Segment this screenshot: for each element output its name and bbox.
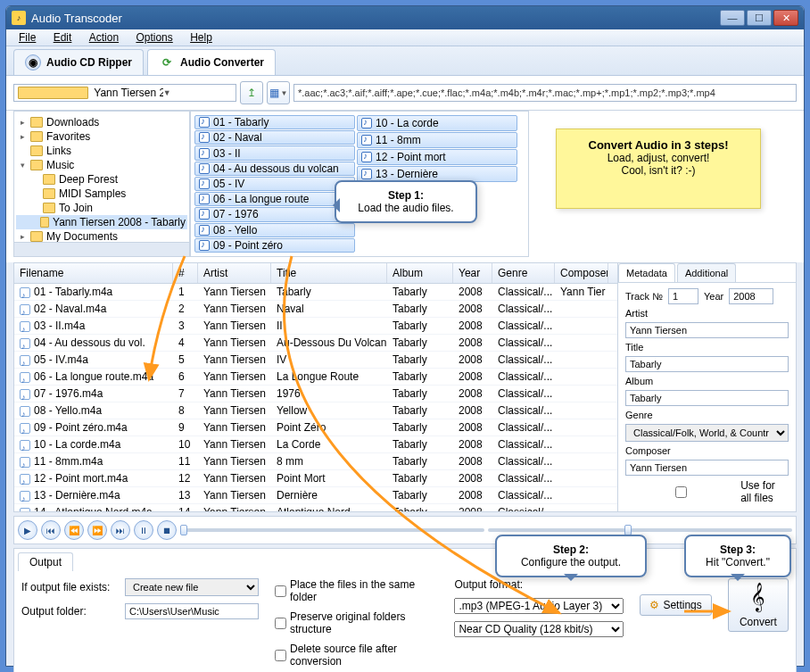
file-item[interactable]: 10 - La corde [357,115,517,131]
audio-file-icon [20,457,30,468]
folder-icon [43,174,55,185]
settings-button[interactable]: ⚙Settings [640,594,711,616]
format-select[interactable]: .mp3 (MPEG-1 Audio Layer 3) [454,598,624,614]
pause-button[interactable]: ⏸ [134,520,153,540]
forward-button[interactable]: ⏩ [87,520,107,540]
minimize-button[interactable]: — [720,10,745,26]
table-row[interactable]: 07 - 1976.m4a7Yann Tiersen1976Tabarly200… [14,386,617,402]
track-grid[interactable]: Filename # Artist Title Album Year Genre… [14,263,617,511]
album-field[interactable] [625,390,789,406]
audio-file-icon [20,423,30,434]
menu-options[interactable]: Options [128,29,179,46]
menu-edit[interactable]: Edit [46,29,79,46]
tree-item[interactable]: ▾Music [16,158,187,172]
sticky-note: Convert Audio in 3 steps! Load, adjust, … [556,111,779,257]
treble-clef-icon: 𝄞 [750,583,765,612]
col-artist[interactable]: Artist [198,263,271,283]
file-item[interactable]: 11 - 8mm [357,132,517,148]
artist-field[interactable] [625,322,789,338]
use-for-all-checkbox[interactable] [625,486,737,498]
callout-step2: Step 2:Configure the output. [495,535,647,577]
table-row[interactable]: 04 - Au dessous du vol.4Yann TiersenAu-D… [14,335,617,352]
table-row[interactable]: 10 - La corde.m4a10Yann TiersenLa CordeT… [14,436,617,453]
tree-scrollbar[interactable] [14,242,189,256]
volume-slider[interactable] [488,528,792,532]
file-filter[interactable]: *.aac;*.ac3;*.aif;*.aiff;*.ape;*.cue;*.f… [293,84,797,102]
folder-tree[interactable]: ▸Downloads▸FavoritesLinks▾MusicDeep Fore… [13,111,190,257]
table-row[interactable]: 11 - 8mm.m4a11Yann Tiersen8 mmTabarly200… [14,453,617,470]
tree-item[interactable]: MIDI Samples [16,187,187,201]
col-album[interactable]: Album [387,263,453,283]
table-row[interactable]: 03 - II.m4a3Yann TiersenIITabarly2008Cla… [14,318,617,335]
file-item[interactable]: 04 - Au dessous du volcan [194,162,355,176]
file-item[interactable]: 12 - Point mort [357,149,517,165]
quality-select[interactable]: Near CD Quality (128 kbit/s) [454,621,624,637]
menu-file[interactable]: File [12,29,43,46]
menu-action[interactable]: Action [82,29,126,46]
tree-item[interactable]: Yann Tiersen 2008 - Tabarly [16,215,187,229]
table-row[interactable]: 09 - Point zéro.m4a9Yann TiersenPoint Zé… [14,419,617,436]
table-row[interactable]: 14 - Atlantique Nord.m4a14Yann TiersenAt… [14,504,617,511]
seek-slider[interactable] [180,528,484,532]
view-mode-button[interactable]: ▦▼ [267,81,290,104]
audio-file-icon [20,355,30,366]
tree-item[interactable]: Links [16,144,187,158]
table-row[interactable]: 01 - Tabarly.m4a1Yann TiersenTabarlyTaba… [14,284,617,301]
last-button[interactable]: ⏭ [111,520,130,540]
file-item[interactable]: 05 - IV [194,177,355,191]
table-row[interactable]: 08 - Yello.m4a8Yann TiersenYellowTabarly… [14,402,617,419]
play-button[interactable]: ▶ [18,520,37,540]
rewind-button[interactable]: ⏪ [64,520,84,540]
audio-file-icon [20,287,30,298]
table-row[interactable]: 02 - Naval.m4a2Yann TiersenNavalTabarly2… [14,301,617,318]
maximize-button[interactable]: ☐ [747,10,772,26]
trackno-field[interactable] [668,288,698,304]
table-row[interactable]: 12 - Point mort.m4a12Yann TiersenPoint M… [14,470,617,487]
output-folder-field[interactable] [125,603,259,619]
tab-audio-converter[interactable]: ⟳ Audio Converter [147,49,276,75]
title-field[interactable] [625,356,789,372]
year-field[interactable] [729,288,773,304]
sticky-title: Convert Audio in 3 steps! [589,138,729,152]
exists-select[interactable]: Create new file [125,578,259,596]
preserve-folders-checkbox[interactable] [275,618,286,629]
folder-select[interactable]: Yann Tiersen 2008 - Tabarly ▼ [13,84,236,102]
file-item[interactable]: 09 - Point zéro [194,238,355,253]
col-number[interactable]: # [173,263,198,283]
tree-item[interactable]: ▸Downloads [16,115,187,129]
tree-item[interactable]: To Join [16,201,187,215]
col-title[interactable]: Title [271,263,387,283]
col-filename[interactable]: Filename [14,263,173,283]
stop-button[interactable]: ⏹ [157,520,177,540]
delete-source-checkbox[interactable] [275,650,286,661]
tree-item[interactable]: ▸Favorites [16,129,187,144]
tab-metadata[interactable]: Metadata [618,263,675,282]
col-genre[interactable]: Genre [492,263,555,283]
audio-file-icon [20,389,30,400]
tab-cd-ripper[interactable]: ◉ Audio CD Ripper [13,49,144,75]
menu-help[interactable]: Help [183,29,219,46]
col-composer[interactable]: Composer [555,263,608,283]
file-item[interactable]: 01 - Tabarly [194,115,355,129]
menubar: File Edit Action Options Help [6,29,804,46]
file-item[interactable]: 03 - II [194,145,355,160]
col-year[interactable]: Year [453,263,492,283]
table-row[interactable]: 06 - La longue route.m4a6Yann TiersenLa … [14,369,617,386]
genre-select[interactable]: Classical/Folk, World, & Countr [625,424,789,442]
same-folder-checkbox[interactable] [275,585,286,597]
composer-field[interactable] [625,460,789,476]
callout-step1: Step 1:Load the audio files. [335,180,477,223]
close-button[interactable]: ✕ [773,10,798,26]
audio-file-icon [199,148,210,159]
audio-file-icon [361,118,372,129]
table-row[interactable]: 05 - IV.m4a5Yann TiersenIVTabarly2008Cla… [14,352,617,369]
tree-item[interactable]: Deep Forest [16,172,187,187]
file-item[interactable]: 02 - Naval [194,130,355,145]
first-button[interactable]: ⏮ [41,520,61,540]
tab-additional[interactable]: Additional [677,263,736,282]
up-folder-button[interactable]: ↥ [240,81,263,104]
file-item[interactable]: 08 - Yello [194,223,355,237]
tab-output[interactable]: Output [18,552,73,571]
audio-file-icon [199,117,210,128]
table-row[interactable]: 13 - Dernière.m4a13Yann TiersenDernièreT… [14,487,617,504]
